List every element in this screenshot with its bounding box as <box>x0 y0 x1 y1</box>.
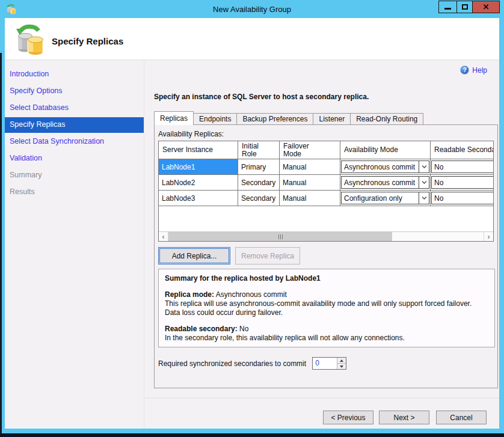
replica-mode-value: Asynchronous commit <box>216 290 287 299</box>
titlebar[interactable]: New Availability Group ✕ <box>0 0 504 18</box>
availability-mode-cell: Configuration only <box>340 191 431 206</box>
column-header-failover-mode: Failover Mode <box>280 141 340 159</box>
replicas-tab-panel: Availability Replicas: Server Instance I… <box>154 124 498 388</box>
tab-replicas[interactable]: Replicas <box>154 111 194 125</box>
column-header-initial-role: Initial Role <box>238 141 280 159</box>
failover-mode-cell: Manual <box>280 175 340 191</box>
server-instance-cell[interactable]: LabNode1 <box>159 159 238 175</box>
remove-replica-button: Remove Replica <box>235 247 300 264</box>
readable-secondary-select[interactable]: No <box>431 192 493 204</box>
replica-mode-label: Replica mode: <box>165 290 214 299</box>
column-header-server-instance: Server Instance <box>159 141 238 159</box>
initial-role-cell: Primary <box>238 159 280 175</box>
availability-mode-select[interactable]: Asynchronous commit <box>341 160 429 173</box>
chevron-down-icon <box>340 365 343 368</box>
previous-button[interactable]: < Previous <box>323 411 373 424</box>
wizard-footer: < Previous Next > Cancel <box>144 398 499 429</box>
page-title: Specify Replicas <box>52 36 123 46</box>
commit-secondaries-label: Required synchronized secondaries to com… <box>158 359 306 368</box>
failover-mode-cell: Manual <box>280 159 340 175</box>
replica-mode-description: This replica will use asynchronous-commi… <box>165 299 488 317</box>
sidebar-item-specify-options[interactable]: Specify Options <box>5 84 144 99</box>
availability-mode-cell: Asynchronous commit <box>340 159 431 175</box>
replica-summary-box: Summary for the replica hosted by LabNod… <box>158 269 495 347</box>
wizard-dialog: Specify Replicas IntroductionSpecify Opt… <box>5 18 499 429</box>
tab-endpoints[interactable]: Endpoints <box>194 113 237 125</box>
sidebar-item-introduction[interactable]: Introduction <box>5 67 144 82</box>
wizard-nav: IntroductionSpecify OptionsSelect Databa… <box>5 61 144 429</box>
cancel-button[interactable]: Cancel <box>436 411 487 424</box>
tab-listener[interactable]: Listener <box>313 113 351 125</box>
scrollbar-track[interactable] <box>168 232 484 241</box>
tab-backup-preferences[interactable]: Backup Preferences <box>237 113 313 125</box>
tab-read-only-routing[interactable]: Read-Only Routing <box>351 113 423 125</box>
sidebar-item-select-databases[interactable]: Select Databases <box>5 100 144 116</box>
scroll-left-arrow-icon[interactable]: ‹ <box>159 232 168 241</box>
sidebar-item-select-data-synchronization[interactable]: Select Data Synchronization <box>5 134 144 150</box>
readable-secondary-label: Readable secondary: <box>165 325 238 333</box>
readable-secondary-block: Readable secondary: No In the secondary … <box>165 325 488 343</box>
availability-mode-select[interactable]: Configuration only <box>341 192 429 204</box>
availability-replicas-table: Server Instance Initial Role Failover Mo… <box>158 141 494 242</box>
desktop-edge <box>0 53 2 433</box>
readable-secondary-cell: No <box>431 191 493 206</box>
availability-mode-cell: Asynchronous commit <box>340 175 431 191</box>
summary-title: Summary for the replica hosted by LabNod… <box>165 274 488 283</box>
close-button[interactable]: ✕ <box>472 1 500 13</box>
minimize-icon <box>444 8 451 10</box>
spinner-down-button[interactable] <box>337 364 346 369</box>
window-frame: New Availability Group ✕ Specify Replica… <box>0 0 504 433</box>
scrollbar-thumb[interactable] <box>168 232 392 241</box>
maximize-icon <box>462 4 468 10</box>
column-header-availability-mode: Availability Mode <box>340 141 431 159</box>
readable-secondary-select[interactable]: No <box>431 176 493 189</box>
new-availability-group-window: New Availability Group ✕ Specify Replica… <box>0 0 504 437</box>
help-label: Help <box>472 66 487 75</box>
sidebar-item-summary: Summary <box>5 168 144 183</box>
column-header-readable-secondary: Readable Secondary <box>431 141 493 159</box>
availability-replicas-label: Availability Replicas: <box>158 130 497 138</box>
readable-secondary-description: In the secondary role, this availability… <box>165 334 488 343</box>
readable-secondary-cell: No <box>431 159 493 175</box>
table-row[interactable]: LabNode1PrimaryManualAsynchronous commit… <box>159 159 493 175</box>
add-replica-button[interactable]: Add Replica... <box>158 247 230 264</box>
chevron-down-icon <box>419 192 429 204</box>
replicas-table-body: LabNode1PrimaryManualAsynchronous commit… <box>159 159 493 206</box>
sidebar-item-specify-replicas[interactable]: Specify Replicas <box>5 117 144 133</box>
spinner-value[interactable]: 0 <box>313 358 337 369</box>
server-instance-cell[interactable]: LabNode2 <box>159 175 238 191</box>
initial-role-cell: Secondary <box>238 175 280 191</box>
chevron-down-icon <box>419 161 429 173</box>
maximize-button[interactable] <box>456 1 473 13</box>
table-empty-area <box>159 206 493 231</box>
minimize-button[interactable] <box>438 1 457 13</box>
initial-role-cell: Secondary <box>238 191 280 206</box>
sidebar-item-validation[interactable]: Validation <box>5 151 144 167</box>
commit-secondaries-spinner[interactable]: 0 <box>312 357 346 370</box>
table-row[interactable]: LabNode3SecondaryManualConfiguration onl… <box>159 191 493 206</box>
tab-strip: ReplicasEndpointsBackup PreferencesListe… <box>154 111 423 125</box>
spinner-up-button[interactable] <box>337 358 346 364</box>
main-content: ? Help Specify an instance of SQL Server… <box>144 61 499 398</box>
help-icon: ? <box>460 66 469 75</box>
readable-secondary-select[interactable]: No <box>431 160 493 173</box>
sidebar-item-results: Results <box>5 185 144 200</box>
commit-spinner-row: Required synchronized secondaries to com… <box>158 357 497 370</box>
spinner-buttons <box>337 358 346 369</box>
next-button[interactable]: Next > <box>379 411 429 424</box>
readable-secondary-value: No <box>239 325 248 333</box>
horizontal-scrollbar[interactable]: ‹ › <box>159 231 493 241</box>
chevron-down-icon <box>419 177 429 188</box>
close-icon: ✕ <box>483 3 490 11</box>
readable-secondary-cell: No <box>431 175 493 191</box>
replica-buttons-row: Add Replica... Remove Replica <box>158 247 497 264</box>
window-title: New Availability Group <box>0 5 504 14</box>
failover-mode-cell: Manual <box>280 191 340 206</box>
table-row[interactable]: LabNode2SecondaryManualAsynchronous comm… <box>159 175 493 191</box>
server-instance-cell[interactable]: LabNode3 <box>159 191 238 206</box>
scroll-right-arrow-icon[interactable]: › <box>484 232 493 241</box>
availability-mode-select[interactable]: Asynchronous commit <box>341 176 429 189</box>
window-controls: ✕ <box>439 1 500 13</box>
replica-mode-block: Replica mode: Asynchronous commit This r… <box>165 290 488 317</box>
help-link[interactable]: ? Help <box>460 66 487 75</box>
